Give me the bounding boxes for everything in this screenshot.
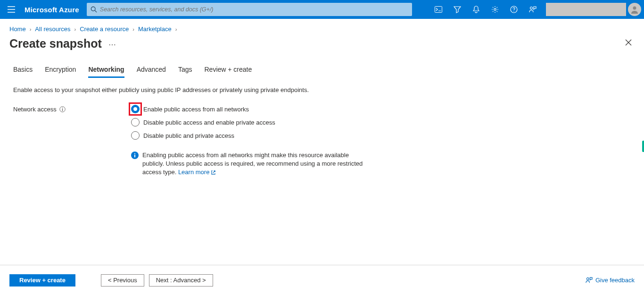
breadcrumb-all-resources[interactable]: All resources bbox=[35, 25, 70, 33]
avatar[interactable] bbox=[628, 3, 641, 16]
info-callout: Enabling public access from all networks… bbox=[131, 151, 372, 177]
brand-label: Microsoft Azure bbox=[23, 6, 87, 14]
close-button[interactable] bbox=[622, 36, 635, 51]
network-access-row: Network access Enable public access from… bbox=[13, 105, 631, 177]
search-icon bbox=[91, 6, 97, 13]
page-header: Create snapshot ⋯ bbox=[0, 36, 644, 62]
svg-point-3 bbox=[494, 8, 496, 10]
radio-input[interactable] bbox=[131, 105, 140, 113]
chevron-right-icon: › bbox=[132, 26, 134, 32]
network-access-options: Enable public access from all networks D… bbox=[131, 105, 372, 177]
help-icon bbox=[510, 6, 518, 13]
radio-option-private[interactable]: Disable public access and enable private… bbox=[131, 118, 372, 126]
directories-button[interactable] bbox=[448, 0, 467, 19]
radio-label: Enable public access from all networks bbox=[143, 106, 249, 113]
info-icon bbox=[59, 106, 66, 112]
tab-advanced[interactable]: Advanced bbox=[137, 62, 166, 78]
svg-point-14 bbox=[586, 278, 589, 280]
label-text: Network access bbox=[13, 106, 57, 113]
tab-networking[interactable]: Networking bbox=[88, 62, 124, 78]
account-info-box[interactable] bbox=[546, 3, 626, 16]
breadcrumb: Home › All resources › Create a resource… bbox=[0, 19, 644, 36]
gear-icon bbox=[491, 6, 499, 13]
previous-button[interactable]: < Previous bbox=[101, 274, 144, 287]
breadcrumb-marketplace[interactable]: Marketplace bbox=[138, 25, 172, 33]
svg-point-9 bbox=[62, 108, 63, 109]
info-callout-text: Enabling public access from all networks… bbox=[142, 151, 372, 177]
next-button[interactable]: Next : Advanced > bbox=[149, 274, 213, 287]
svg-point-5 bbox=[513, 11, 514, 11]
search-wrap bbox=[87, 3, 412, 16]
bell-icon bbox=[473, 6, 479, 13]
svg-rect-10 bbox=[62, 109, 63, 111]
tab-basics[interactable]: Basics bbox=[13, 62, 33, 78]
person-feedback-icon bbox=[586, 277, 593, 284]
give-feedback-text: Give feedback bbox=[595, 277, 635, 284]
page-title: Create snapshot bbox=[9, 37, 102, 51]
menu-icon bbox=[8, 6, 15, 13]
side-accent-tab bbox=[642, 141, 644, 152]
svg-point-7 bbox=[633, 7, 636, 10]
external-link-icon bbox=[211, 170, 216, 175]
info-tooltip-button[interactable] bbox=[59, 106, 66, 112]
wizard-footer: Review + create < Previous Next : Advanc… bbox=[0, 265, 644, 295]
close-icon bbox=[625, 39, 632, 46]
give-feedback-link[interactable]: Give feedback bbox=[586, 277, 635, 284]
radio-label: Disable public and private access bbox=[143, 132, 234, 139]
cloud-shell-button[interactable] bbox=[429, 0, 448, 19]
search-input[interactable] bbox=[97, 6, 408, 13]
radio-input[interactable] bbox=[131, 118, 140, 126]
chevron-right-icon: › bbox=[175, 26, 177, 32]
avatar-icon bbox=[630, 5, 639, 14]
svg-line-1 bbox=[95, 10, 97, 12]
global-search[interactable] bbox=[87, 3, 412, 16]
tab-review-create[interactable]: Review + create bbox=[204, 62, 252, 78]
feedback-button[interactable] bbox=[523, 0, 542, 19]
breadcrumb-home[interactable]: Home bbox=[9, 25, 26, 33]
topbar: Microsoft Azure bbox=[0, 0, 644, 19]
settings-button[interactable] bbox=[486, 0, 504, 19]
cloud-shell-icon bbox=[435, 6, 442, 13]
review-create-button[interactable]: Review + create bbox=[9, 274, 75, 287]
person-feedback-icon bbox=[529, 6, 537, 13]
tab-tags[interactable]: Tags bbox=[178, 62, 192, 78]
chevron-right-icon: › bbox=[74, 26, 76, 32]
svg-rect-2 bbox=[435, 7, 442, 13]
svg-point-0 bbox=[91, 7, 95, 11]
breadcrumb-create-resource[interactable]: Create a resource bbox=[80, 25, 129, 33]
intro-text: Enable access to your snapshot either pu… bbox=[13, 86, 631, 93]
more-actions-button[interactable]: ⋯ bbox=[108, 38, 116, 49]
info-message: Enabling public access from all networks… bbox=[142, 152, 363, 176]
chevron-right-icon: › bbox=[30, 26, 32, 32]
topbar-actions bbox=[429, 0, 644, 19]
radio-input[interactable] bbox=[131, 131, 140, 140]
svg-point-12 bbox=[134, 153, 135, 154]
help-button[interactable] bbox=[504, 0, 523, 19]
form-tabs: Basics Encryption Networking Advanced Ta… bbox=[0, 62, 644, 78]
svg-rect-13 bbox=[134, 155, 135, 158]
radio-label: Disable public access and enable private… bbox=[143, 119, 275, 126]
network-access-label: Network access bbox=[13, 105, 131, 113]
tab-encryption[interactable]: Encryption bbox=[45, 62, 76, 78]
learn-more-link[interactable]: Learn more bbox=[178, 168, 216, 177]
hamburger-menu[interactable] bbox=[0, 0, 23, 19]
radio-option-public-all[interactable]: Enable public access from all networks bbox=[131, 105, 372, 113]
info-solid-icon bbox=[131, 152, 139, 159]
filter-icon bbox=[454, 6, 461, 13]
notifications-button[interactable] bbox=[467, 0, 486, 19]
radio-option-disable-both[interactable]: Disable public and private access bbox=[131, 131, 372, 140]
svg-point-6 bbox=[530, 7, 533, 9]
learn-more-text: Learn more bbox=[178, 168, 209, 177]
tab-content: Enable access to your snapshot either pu… bbox=[0, 80, 644, 184]
